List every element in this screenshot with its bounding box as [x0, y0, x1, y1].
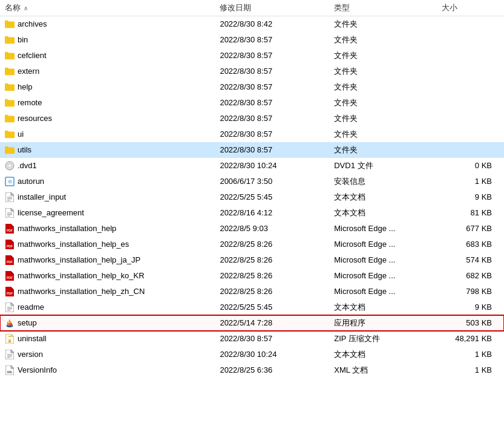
file-size: 48,291 KB — [437, 331, 504, 347]
svg-rect-8 — [5, 52, 8, 54]
file-date: 2022/8/30 8:57 — [215, 331, 329, 347]
file-name: extern — [18, 67, 39, 76]
file-name-cell: extern — [0, 64, 215, 79]
col-header-type[interactable]: 类型 — [329, 0, 437, 16]
svg-rect-14 — [5, 83, 8, 86]
file-name-cell: XML VersionInfo — [0, 362, 215, 378]
table-row[interactable]: .dvd1 2022/8/30 10:24 DVD1 文件 0 KB — [0, 158, 504, 174]
svg-marker-45 — [11, 240, 14, 243]
file-name: autorun — [18, 177, 44, 186]
table-row[interactable]: cefclient 2022/8/30 8:57 文件夹 — [0, 48, 504, 64]
file-date: 2022/8/25 8:26 — [215, 252, 329, 268]
file-type: 文件夹 — [329, 95, 437, 111]
file-size: 9 KB — [437, 299, 504, 315]
file-size — [437, 64, 504, 79]
file-size — [437, 142, 504, 158]
table-row[interactable]: help 2022/8/30 8:57 文件夹 — [0, 79, 504, 95]
file-type: 文件夹 — [329, 111, 437, 126]
table-row[interactable]: setup 2022/5/14 7:28 应用程序 503 KB — [0, 315, 504, 331]
file-date: 2022/8/30 8:57 — [215, 48, 329, 64]
table-row[interactable]: PDF mathworks_installation_help 2022/8/5… — [0, 221, 504, 237]
file-size: 574 KB — [437, 252, 504, 268]
file-name: .dvd1 — [18, 161, 37, 170]
table-row[interactable]: installer_input 2022/5/25 5:45 文本文档 9 KB — [0, 189, 504, 205]
folder-icon — [5, 19, 15, 29]
table-row[interactable]: bin 2022/8/30 8:57 文件夹 — [0, 32, 504, 48]
file-date: 2022/8/16 4:12 — [215, 205, 329, 221]
table-row[interactable]: PDF mathworks_installation_help_zh_CN 20… — [0, 284, 504, 299]
svg-rect-66 — [8, 339, 11, 341]
file-name-cell: cefclient — [0, 48, 215, 64]
file-name: mathworks_installation_help_zh_CN — [18, 287, 145, 296]
file-type: 文件夹 — [329, 16, 437, 32]
file-name: help — [18, 82, 33, 91]
svg-point-28 — [8, 164, 11, 167]
svg-text:PDF: PDF — [7, 260, 13, 264]
file-name: ui — [18, 129, 24, 139]
svg-marker-51 — [11, 271, 14, 274]
svg-marker-42 — [11, 224, 14, 227]
file-date: 2022/5/25 5:45 — [215, 299, 329, 315]
file-size: 1 KB — [437, 347, 504, 362]
svg-rect-23 — [5, 131, 8, 133]
svg-text:PDF: PDF — [7, 229, 13, 232]
table-row[interactable]: version 2022/8/30 10:24 文本文档 1 KB — [0, 347, 504, 362]
file-date: 2022/8/30 8:57 — [215, 64, 329, 79]
file-name-cell: PDF mathworks_installation_help_ja_JP — [0, 252, 215, 268]
table-row[interactable]: uninstall 2022/8/30 8:57 ZIP 压缩文件 48,291… — [0, 331, 504, 347]
svg-text:⚙: ⚙ — [8, 179, 12, 185]
file-name-cell: installer_input — [0, 189, 215, 205]
table-row[interactable]: archives 2022/8/30 8:42 文件夹 — [0, 16, 504, 32]
setup-icon — [5, 318, 15, 328]
folder-icon — [5, 51, 15, 60]
table-row[interactable]: PDF mathworks_installation_help_ja_JP 20… — [0, 252, 504, 268]
file-type: 文件夹 — [329, 126, 437, 142]
file-name: mathworks_installation_help_es — [18, 240, 129, 249]
file-size — [437, 32, 504, 48]
file-name: bin — [18, 35, 28, 44]
file-name-cell: readme — [0, 299, 215, 315]
svg-text:PDF: PDF — [7, 276, 13, 279]
svg-marker-63 — [11, 334, 14, 337]
file-date: 2022/8/25 8:26 — [215, 237, 329, 252]
table-row[interactable]: utils 2022/8/30 8:57 文件夹 — [0, 142, 504, 158]
file-type: DVD1 文件 — [329, 158, 437, 174]
folder-icon — [5, 129, 15, 139]
col-header-size[interactable]: 大小 — [437, 0, 504, 16]
file-name: setup — [18, 318, 37, 327]
file-size — [437, 79, 504, 95]
col-header-date[interactable]: 修改日期 — [215, 0, 329, 16]
file-date: 2022/8/30 8:57 — [215, 95, 329, 111]
table-row[interactable]: resources 2022/8/30 8:57 文件夹 — [0, 111, 504, 126]
file-size: 683 KB — [437, 237, 504, 252]
svg-rect-2 — [5, 21, 8, 23]
svg-marker-74 — [11, 365, 14, 368]
file-size: 1 KB — [437, 174, 504, 189]
col-header-name[interactable]: 名称 ∧ — [0, 0, 215, 16]
table-row[interactable]: ui 2022/8/30 8:57 文件夹 — [0, 126, 504, 142]
table-row[interactable]: extern 2022/8/30 8:57 文件夹 — [0, 64, 504, 79]
table-row[interactable]: remote 2022/8/30 8:57 文件夹 — [0, 95, 504, 111]
file-name: installer_input — [18, 192, 66, 201]
file-name: readme — [18, 302, 44, 312]
file-date: 2022/8/30 8:57 — [215, 79, 329, 95]
table-row[interactable]: XML VersionInfo 2022/8/25 6:36 XML 文档 1 … — [0, 362, 504, 378]
file-name-cell: .dvd1 — [0, 158, 215, 174]
table-row[interactable]: PDF mathworks_installation_help_es 2022/… — [0, 237, 504, 252]
file-name: utils — [18, 145, 31, 154]
file-name-cell: remote — [0, 95, 215, 111]
svg-text:PDF: PDF — [7, 244, 13, 248]
pdf-icon: PDF — [5, 287, 15, 296]
folder-icon — [5, 82, 15, 92]
file-name: cefclient — [18, 51, 47, 60]
file-date: 2022/8/25 6:36 — [215, 362, 329, 378]
file-type: 文件夹 — [329, 79, 437, 95]
table-row[interactable]: readme 2022/5/25 5:45 文本文档 9 KB — [0, 299, 504, 315]
file-date: 2022/8/30 10:24 — [215, 347, 329, 362]
table-row[interactable]: ⚙ autorun 2006/6/17 3:50 安装信息 1 KB — [0, 174, 504, 189]
table-row[interactable]: license_agreement 2022/8/16 4:12 文本文档 81… — [0, 205, 504, 221]
svg-text:PDF: PDF — [7, 292, 13, 295]
file-size: 798 KB — [437, 284, 504, 299]
table-row[interactable]: PDF mathworks_installation_help_ko_KR 20… — [0, 268, 504, 284]
file-type: Microsoft Edge ... — [329, 237, 437, 252]
